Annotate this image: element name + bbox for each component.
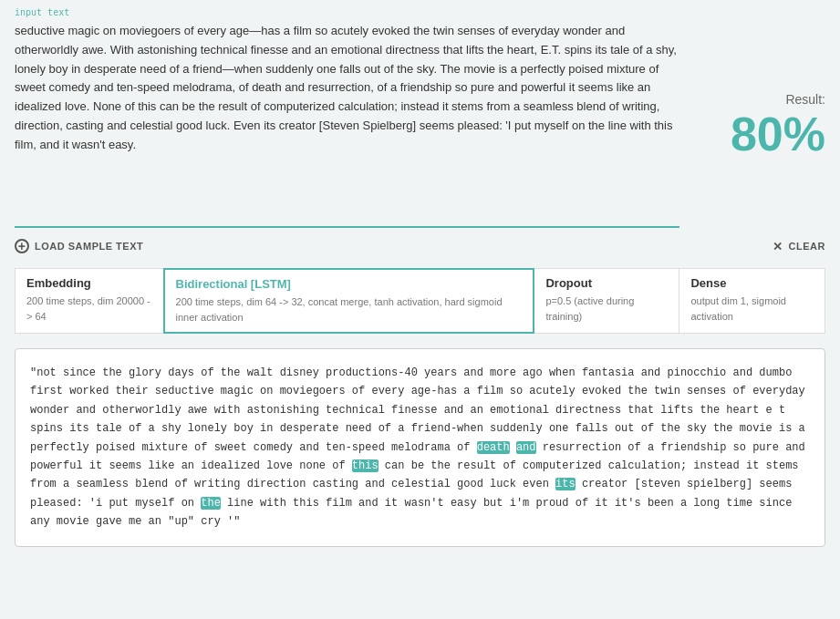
plus-icon: + [15, 239, 29, 253]
output-highlight-the: the [201, 497, 221, 510]
load-sample-button[interactable]: + LOAD SAMPLE TEXT [15, 239, 143, 253]
result-value: 80% [731, 110, 825, 158]
layer-dense-desc: output dim 1, sigmoid activation [690, 294, 814, 324]
result-label: Result: [785, 92, 825, 107]
layer-dense[interactable]: Dense output dim 1, sigmoid activation [679, 268, 825, 334]
output-highlight-and: and [516, 441, 536, 454]
input-area: input text [15, 9, 679, 232]
load-label: LOAD SAMPLE TEXT [35, 241, 143, 252]
layer-embedding[interactable]: Embedding 200 time steps, dim 20000 -> 6… [15, 268, 164, 334]
layer-dropout-title: Dropout [545, 276, 668, 290]
layer-embedding-title: Embedding [26, 276, 152, 290]
input-textarea[interactable] [15, 9, 679, 228]
layer-dropout[interactable]: Dropout p=0.5 (active during training) [534, 268, 679, 334]
actions-row: + LOAD SAMPLE TEXT ✕ CLEAR [0, 232, 840, 261]
output-highlight-its: its [555, 478, 576, 490]
layer-dropout-desc: p=0.5 (active during training) [545, 294, 668, 324]
clear-button[interactable]: ✕ CLEAR [773, 240, 825, 253]
result-area: Result: 80% [698, 9, 825, 232]
output-box: "not since the glory days of the walt di… [15, 348, 825, 547]
layer-lstm-desc: 200 time steps, dim 64 -> 32, concat mer… [176, 294, 523, 325]
layer-bidirectional-lstm[interactable]: Bidirectional [LSTM] 200 time steps, dim… [163, 268, 535, 334]
layer-dense-title: Dense [690, 276, 814, 290]
x-icon: ✕ [773, 240, 783, 253]
clear-label: CLEAR [789, 241, 825, 252]
output-text-mid1 [510, 441, 516, 454]
output-text: "not since the glory days of the walt di… [30, 364, 810, 531]
layer-lstm-title: Bidirectional [LSTM] [176, 277, 523, 291]
output-highlight-this: this [352, 459, 379, 472]
output-highlight-death: death [477, 441, 510, 454]
input-label: input text [15, 7, 69, 17]
layers-row: Embedding 200 time steps, dim 20000 -> 6… [0, 261, 840, 341]
layer-embedding-desc: 200 time steps, dim 20000 -> 64 [26, 294, 152, 324]
